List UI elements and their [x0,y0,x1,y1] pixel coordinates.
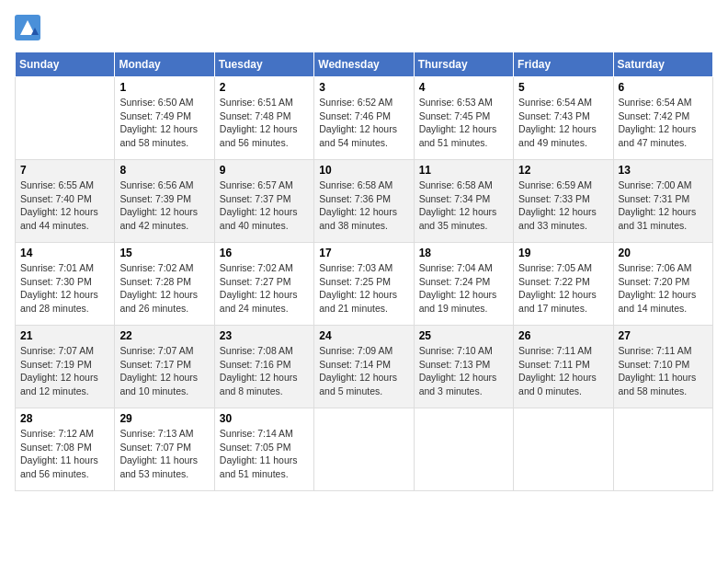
day-number: 12 [518,164,608,177]
calendar-week-row: 21Sunrise: 7:07 AM Sunset: 7:19 PM Dayli… [16,326,713,408]
calendar-week-row: 14Sunrise: 7:01 AM Sunset: 7:30 PM Dayli… [16,243,713,326]
day-info: Sunrise: 7:12 AM Sunset: 7:08 PM Dayligh… [20,427,109,481]
day-number: 10 [319,164,408,177]
calendar-cell [414,408,513,491]
calendar-cell: 22Sunrise: 7:07 AM Sunset: 7:17 PM Dayli… [115,326,214,408]
calendar-week-row: 28Sunrise: 7:12 AM Sunset: 7:08 PM Dayli… [16,408,713,491]
calendar-cell: 26Sunrise: 7:11 AM Sunset: 7:11 PM Dayli… [514,326,613,408]
day-info: Sunrise: 7:10 AM Sunset: 7:13 PM Dayligh… [419,344,508,398]
calendar-cell: 15Sunrise: 7:02 AM Sunset: 7:28 PM Dayli… [115,243,214,326]
weekday-header-row: SundayMondayTuesdayWednesdayThursdayFrid… [16,52,713,77]
weekday-header-thursday: Thursday [414,52,513,77]
day-info: Sunrise: 6:57 AM Sunset: 7:37 PM Dayligh… [220,178,309,233]
day-number: 7 [20,164,109,177]
calendar-cell: 10Sunrise: 6:58 AM Sunset: 7:36 PM Dayli… [314,160,414,243]
day-info: Sunrise: 7:05 AM Sunset: 7:22 PM Dayligh… [518,261,608,316]
weekday-header-monday: Monday [115,52,214,77]
calendar-cell: 11Sunrise: 6:58 AM Sunset: 7:34 PM Dayli… [414,160,513,243]
day-info: Sunrise: 6:59 AM Sunset: 7:33 PM Dayligh… [518,178,608,233]
calendar-cell: 16Sunrise: 7:02 AM Sunset: 7:27 PM Dayli… [214,243,313,326]
logo [15,15,44,40]
calendar-week-row: 1Sunrise: 6:50 AM Sunset: 7:49 PM Daylig… [16,77,713,160]
calendar-cell: 27Sunrise: 7:11 AM Sunset: 7:10 PM Dayli… [613,326,712,408]
day-number: 16 [220,247,309,259]
day-info: Sunrise: 7:07 AM Sunset: 7:17 PM Dayligh… [119,344,209,398]
day-number: 4 [419,81,508,94]
calendar-cell [514,408,613,491]
day-number: 13 [619,164,708,177]
weekday-header-tuesday: Tuesday [214,52,313,77]
day-info: Sunrise: 7:07 AM Sunset: 7:19 PM Dayligh… [20,344,109,398]
calendar-cell: 13Sunrise: 7:00 AM Sunset: 7:31 PM Dayli… [613,160,712,243]
day-number: 25 [419,329,508,342]
day-number: 29 [119,412,209,425]
calendar-table: SundayMondayTuesdayWednesdayThursdayFrid… [15,52,713,491]
day-info: Sunrise: 6:56 AM Sunset: 7:39 PM Dayligh… [119,178,209,233]
day-number: 5 [518,81,608,94]
day-info: Sunrise: 6:54 AM Sunset: 7:43 PM Dayligh… [518,96,608,150]
day-number: 20 [619,247,708,259]
calendar-cell: 5Sunrise: 6:54 AM Sunset: 7:43 PM Daylig… [514,77,613,160]
day-info: Sunrise: 6:58 AM Sunset: 7:34 PM Dayligh… [419,178,508,233]
day-info: Sunrise: 6:54 AM Sunset: 7:42 PM Dayligh… [619,96,708,150]
day-number: 3 [319,81,408,94]
calendar-cell: 9Sunrise: 6:57 AM Sunset: 7:37 PM Daylig… [214,160,313,243]
day-info: Sunrise: 6:55 AM Sunset: 7:40 PM Dayligh… [20,178,109,233]
calendar-cell: 14Sunrise: 7:01 AM Sunset: 7:30 PM Dayli… [16,243,115,326]
calendar-body: 1Sunrise: 6:50 AM Sunset: 7:49 PM Daylig… [16,77,713,491]
day-info: Sunrise: 7:04 AM Sunset: 7:24 PM Dayligh… [419,261,508,316]
day-info: Sunrise: 7:01 AM Sunset: 7:30 PM Dayligh… [20,261,109,316]
calendar-cell: 20Sunrise: 7:06 AM Sunset: 7:20 PM Dayli… [613,243,712,326]
calendar-cell [314,408,414,491]
calendar-cell: 29Sunrise: 7:13 AM Sunset: 7:07 PM Dayli… [115,408,214,491]
day-number: 17 [319,247,408,259]
day-number: 26 [518,329,608,342]
day-number: 30 [220,412,309,425]
day-number: 8 [119,164,209,177]
day-number: 22 [119,329,209,342]
day-number: 21 [20,329,109,342]
calendar-cell: 24Sunrise: 7:09 AM Sunset: 7:14 PM Dayli… [314,326,414,408]
day-number: 14 [20,247,109,259]
day-info: Sunrise: 6:58 AM Sunset: 7:36 PM Dayligh… [319,178,408,233]
day-number: 9 [220,164,309,177]
weekday-header-wednesday: Wednesday [314,52,414,77]
day-info: Sunrise: 7:13 AM Sunset: 7:07 PM Dayligh… [119,427,209,481]
calendar-cell: 2Sunrise: 6:51 AM Sunset: 7:48 PM Daylig… [214,77,313,160]
weekday-header-sunday: Sunday [16,52,115,77]
day-info: Sunrise: 7:06 AM Sunset: 7:20 PM Dayligh… [619,261,708,316]
day-number: 11 [419,164,508,177]
weekday-header-friday: Friday [514,52,613,77]
day-info: Sunrise: 7:00 AM Sunset: 7:31 PM Dayligh… [619,178,708,233]
day-number: 15 [119,247,209,259]
calendar-cell: 17Sunrise: 7:03 AM Sunset: 7:25 PM Dayli… [314,243,414,326]
calendar-cell: 12Sunrise: 6:59 AM Sunset: 7:33 PM Dayli… [514,160,613,243]
calendar-cell: 25Sunrise: 7:10 AM Sunset: 7:13 PM Dayli… [414,326,513,408]
calendar-cell: 23Sunrise: 7:08 AM Sunset: 7:16 PM Dayli… [214,326,313,408]
day-number: 28 [20,412,109,425]
day-number: 6 [619,81,708,94]
day-number: 1 [119,81,209,94]
day-info: Sunrise: 7:03 AM Sunset: 7:25 PM Dayligh… [319,261,408,316]
day-info: Sunrise: 7:11 AM Sunset: 7:10 PM Dayligh… [619,344,708,398]
day-info: Sunrise: 7:02 AM Sunset: 7:28 PM Dayligh… [119,261,209,316]
day-number: 27 [619,329,708,342]
calendar-cell: 1Sunrise: 6:50 AM Sunset: 7:49 PM Daylig… [115,77,214,160]
calendar-cell: 21Sunrise: 7:07 AM Sunset: 7:19 PM Dayli… [16,326,115,408]
calendar-cell [16,77,115,160]
day-info: Sunrise: 7:09 AM Sunset: 7:14 PM Dayligh… [319,344,408,398]
calendar-cell: 28Sunrise: 7:12 AM Sunset: 7:08 PM Dayli… [16,408,115,491]
calendar-cell: 7Sunrise: 6:55 AM Sunset: 7:40 PM Daylig… [16,160,115,243]
day-info: Sunrise: 6:51 AM Sunset: 7:48 PM Dayligh… [220,96,309,150]
calendar-cell: 19Sunrise: 7:05 AM Sunset: 7:22 PM Dayli… [514,243,613,326]
calendar-cell: 4Sunrise: 6:53 AM Sunset: 7:45 PM Daylig… [414,77,513,160]
logo-icon [15,15,40,40]
page-header [15,15,713,40]
day-info: Sunrise: 7:08 AM Sunset: 7:16 PM Dayligh… [220,344,309,398]
calendar-cell: 6Sunrise: 6:54 AM Sunset: 7:42 PM Daylig… [613,77,712,160]
calendar-header: SundayMondayTuesdayWednesdayThursdayFrid… [16,52,713,77]
day-info: Sunrise: 6:53 AM Sunset: 7:45 PM Dayligh… [419,96,508,150]
day-info: Sunrise: 7:02 AM Sunset: 7:27 PM Dayligh… [220,261,309,316]
day-number: 18 [419,247,508,259]
day-number: 19 [518,247,608,259]
